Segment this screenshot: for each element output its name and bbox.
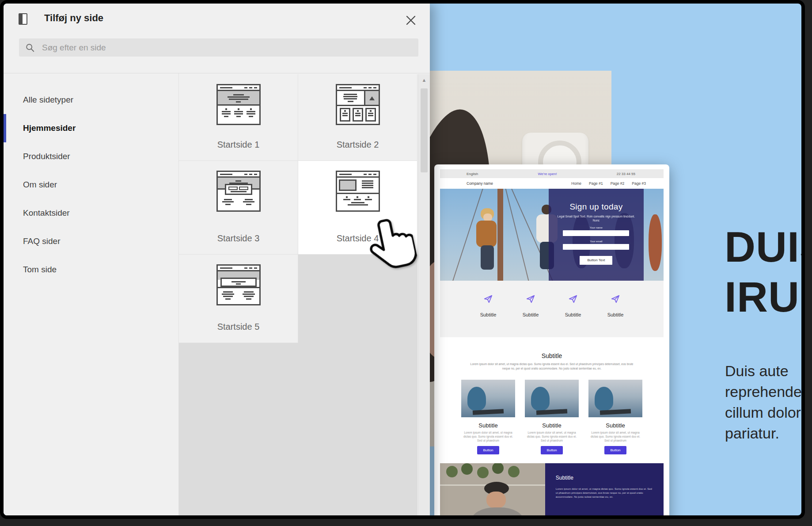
template-thumbnail-startside-4	[336, 171, 380, 212]
template-thumbnail-startside-3	[216, 171, 261, 212]
preview-about-body: Lorem ipsum dolor sit amet, ut magna dic…	[469, 362, 634, 370]
sidebar-item-tom-side[interactable]: Tom side	[4, 255, 178, 284]
preview-dark-text: Subtitle Lorem ipsum dolor sit amet, ut …	[545, 463, 664, 519]
site-headline: DUIS IRURE	[725, 222, 805, 322]
site-paragraph: Duis aute reprehenderit cillum dolore pa…	[725, 361, 805, 444]
close-button[interactable]	[404, 14, 417, 27]
card-photo	[588, 380, 642, 417]
preview-topbar: English We're open! 22 33 44 55	[440, 169, 664, 178]
close-icon	[405, 15, 417, 26]
feature-item: Subtitle	[606, 294, 625, 337]
preview-name-label: Your name	[549, 226, 644, 229]
modal-title: Tilføj ny side	[44, 12, 103, 24]
preview-nav-links: Home Page #1 Page #2 Page #3	[571, 181, 646, 186]
plant-decor	[446, 466, 458, 477]
scrollbar-up-arrow[interactable]: ▲	[418, 74, 430, 86]
preview-nav-page2: Page #2	[611, 181, 625, 186]
preview-card: Subtitle Lorem ipsum dolor sit amet, ut …	[461, 380, 515, 454]
preview-cards: Subtitle Lorem ipsum dolor sit amet, ut …	[440, 380, 664, 454]
feature-item: Subtitle	[478, 294, 498, 337]
template-grid: Startside 1	[179, 74, 417, 519]
preview-hero: Sign up today Legal Small Spot Text. Roi…	[440, 189, 664, 281]
template-startside-1[interactable]: Startside 1	[179, 74, 298, 161]
template-startside-3[interactable]: Startside 3	[179, 161, 298, 255]
page-panel-icon	[19, 13, 27, 25]
search-input[interactable]	[41, 42, 412, 53]
paper-plane-icon	[526, 294, 535, 304]
preview-email-label: Your email	[549, 240, 644, 243]
sidebar-item-faq-sider[interactable]: FAQ sider	[4, 227, 178, 255]
hero-woman-jeans	[481, 245, 494, 270]
sidebar-item-alle-sidetyper[interactable]: Alle sidetyper	[4, 86, 178, 114]
barista-body	[471, 507, 524, 519]
preview-card: Subtitle Lorem ipsum dolor sit amet, ut …	[525, 380, 579, 454]
preview-name-input	[563, 230, 629, 236]
preview-about-heading: Subtitle	[440, 352, 664, 359]
preview-brand: Company name	[467, 181, 493, 186]
preview-nav-page3: Page #3	[632, 181, 646, 186]
preview-signup-panel: Sign up today Legal Small Spot Text. Roi…	[549, 189, 644, 281]
preview-nav-home: Home	[571, 181, 581, 186]
grid-scrollbar[interactable]: ▲	[418, 74, 430, 519]
preview-features: Subtitle Subtitle Subtitle Subtitle	[440, 281, 664, 337]
preview-phone: 22 33 44 55	[617, 172, 635, 176]
modal-header: Tilføj ny side	[4, 4, 430, 73]
preview-navbar: Company name Home Page #1 Page #2 Page #…	[440, 178, 664, 189]
template-startside-4[interactable]: Startside 4	[298, 161, 417, 255]
template-label: Startside 1	[217, 140, 260, 150]
preview-nav-page1: Page #1	[589, 181, 603, 186]
template-thumbnail-startside-2	[336, 84, 380, 125]
scrollbar-thumb[interactable]	[421, 88, 428, 172]
preview-status-link: We're open!	[538, 172, 557, 176]
add-page-modal: Tilføj ny side Alle sidetyper Hjemmeside…	[4, 4, 430, 519]
card-photo	[461, 380, 515, 417]
barista-face	[486, 492, 506, 508]
preview-dark-section: Subtitle Lorem ipsum dolor sit amet, ut …	[440, 463, 664, 519]
search-icon	[25, 43, 35, 53]
template-startside-5[interactable]: Startside 5	[179, 255, 298, 343]
card-button: Button	[477, 446, 499, 454]
feature-item: Subtitle	[563, 294, 583, 337]
paper-plane-icon	[483, 294, 493, 304]
template-label: Startside 5	[217, 322, 260, 332]
site-headline-line2: IRURE	[725, 272, 805, 322]
bridge-pole	[497, 189, 503, 281]
image-placeholder-icon	[364, 91, 379, 105]
template-label: Startside 2	[337, 140, 379, 150]
paper-plane-icon	[611, 294, 620, 304]
template-label: Startside 3	[217, 233, 260, 244]
preview-card: Subtitle Lorem ipsum dolor sit amet, ut …	[588, 380, 642, 454]
sidebar-item-produktsider[interactable]: Produktsider	[4, 142, 178, 171]
site-headline-line1: DUIS	[725, 222, 805, 272]
hero-rust-figure	[649, 214, 662, 271]
paper-plane-icon	[568, 294, 578, 304]
preview-about: Subtitle Lorem ipsum dolor sit amet, ut …	[440, 352, 664, 370]
card-button: Button	[604, 446, 626, 454]
page-type-sidebar: Alle sidetyper Hjemmesider Produktsider …	[4, 73, 179, 519]
card-photo	[525, 380, 579, 417]
preview-email-input	[563, 244, 629, 250]
barista-photo	[440, 463, 545, 519]
modal-body: Alle sidetyper Hjemmesider Produktsider …	[4, 73, 430, 519]
hero-woman-jacket	[476, 221, 497, 247]
template-thumbnail-startside-1	[216, 84, 261, 125]
template-thumbnail-startside-5	[216, 264, 261, 305]
template-preview-card: English We're open! 22 33 44 55 Company …	[434, 164, 669, 519]
search-box[interactable]	[19, 38, 418, 57]
sidebar-item-om-sider[interactable]: Om sider	[4, 171, 178, 199]
sidebar-item-kontaktsider[interactable]: Kontaktsider	[4, 199, 178, 227]
editor-window: DUIS IRURE Duis aute reprehenderit cillu…	[0, 0, 805, 519]
preview-language: English	[467, 172, 478, 176]
preview-signup-subtext: Legal Small Spot Text. Roin convallis ni…	[557, 214, 635, 222]
template-startside-2[interactable]: Startside 2	[298, 74, 417, 161]
sidebar-item-hjemmesider[interactable]: Hjemmesider	[4, 114, 178, 142]
template-label: Startside 4	[337, 233, 379, 244]
preview-signup-heading: Sign up today	[549, 202, 644, 212]
preview-signup-button: Button Text	[580, 256, 612, 265]
feature-item: Subtitle	[521, 294, 540, 337]
card-button: Button	[541, 446, 562, 454]
